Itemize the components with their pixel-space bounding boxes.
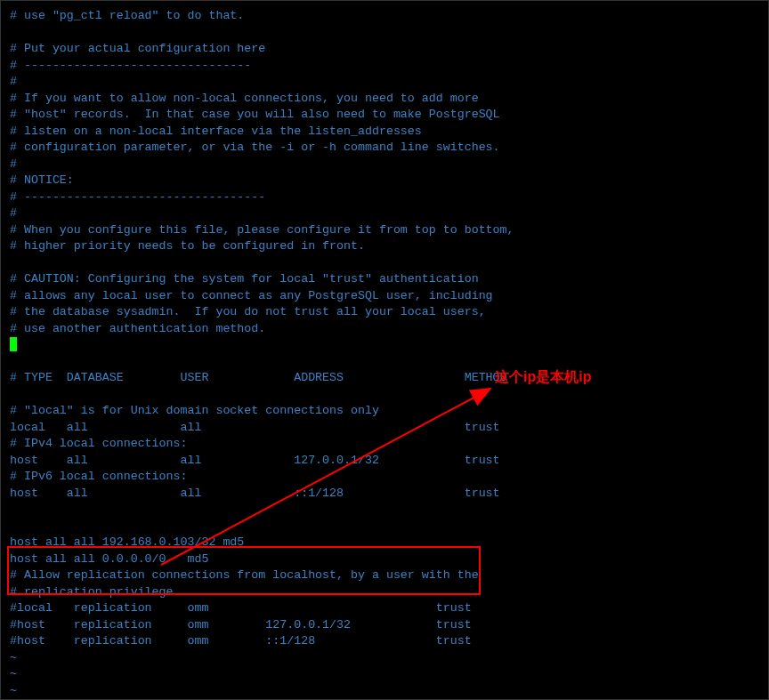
config-comment-line: # Allow replication connections from loc… (10, 567, 759, 584)
config-comment-line: # replication privilege. (10, 584, 759, 601)
config-rule-line: host all all ::1/128 trust (10, 486, 759, 503)
config-comment-line: # (10, 205, 759, 222)
blank-line (10, 255, 759, 272)
blank-line (10, 25, 759, 42)
config-comment-line: # "local" is for Unix domain socket conn… (10, 403, 759, 420)
config-rule-line: host all all 192.168.0.103/32 md5 (10, 535, 759, 551)
config-comment-line: # -------------------------------- (10, 58, 759, 75)
vim-empty-line: ~ (10, 666, 759, 683)
vim-empty-line: ~ (10, 683, 759, 700)
config-comment-line: # NOTICE: (10, 173, 759, 189)
config-comment-line: # configuration parameter, or via the -i… (10, 140, 759, 157)
config-comment-line: # (10, 74, 759, 91)
terminal-editor[interactable]: # use "pg_ctl reload" to do that. # Put … (1, 1, 768, 700)
config-comment-line: # higher priority needs to be configured… (10, 238, 759, 255)
editor-cursor (10, 337, 17, 351)
config-comment-line: #host replication omm 127.0.0.1/32 trust (10, 617, 759, 634)
config-comment-line: # IPv4 local connections: (10, 436, 759, 453)
config-header-line: # TYPE DATABASE USER ADDRESS METHOD (10, 370, 759, 387)
vim-empty-line: ~ (10, 650, 759, 667)
config-comment-line: # (10, 157, 759, 173)
config-comment-line: #local replication omm trust (10, 600, 759, 617)
config-comment-line: # the database sysadmin. If you do not t… (10, 304, 759, 321)
config-comment-line: # use "pg_ctl reload" to do that. (10, 8, 759, 25)
config-rule-line: host all all 0.0.0.0/0 md5 (10, 551, 759, 568)
config-comment-line: # ---------------------------------- (10, 189, 759, 206)
config-comment-line: # When you configure this file, please c… (10, 222, 759, 239)
config-rule-line: host all all 127.0.0.1/32 trust (10, 453, 759, 470)
annotation-text: 这个ip是本机ip (495, 368, 591, 387)
config-comment-line: # CAUTION: Configuring the system for lo… (10, 271, 759, 288)
cursor-line (10, 337, 759, 354)
blank-line (10, 502, 759, 519)
config-comment-line: #host replication omm ::1/128 trust (10, 633, 759, 650)
config-comment-line: # listen on a non-local interface via th… (10, 124, 759, 141)
config-comment-line: # "host" records. In that case you will … (10, 107, 759, 124)
blank-line (10, 387, 759, 404)
config-rule-line: local all all trust (10, 420, 759, 437)
blank-line (10, 354, 759, 371)
blank-line (10, 519, 759, 535)
config-comment-line: # IPv6 local connections: (10, 469, 759, 486)
config-comment-line: # Put your actual configuration here (10, 41, 759, 58)
config-comment-line: # use another authentication method. (10, 321, 759, 338)
config-comment-line: # If you want to allow non-local connect… (10, 91, 759, 108)
config-comment-line: # allows any local user to connect as an… (10, 288, 759, 305)
